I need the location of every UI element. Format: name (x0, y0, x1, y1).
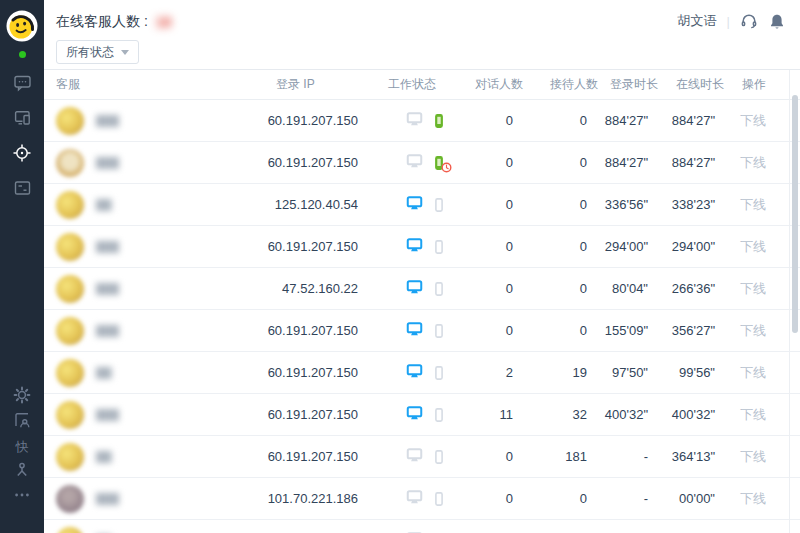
reception-count-cell: 0 (525, 310, 600, 351)
table-row: ██125.120.40.5400336'56"338'23"下线 (44, 184, 800, 226)
agent-avatar (56, 275, 84, 303)
sidebar-item-visitors[interactable] (12, 413, 32, 430)
login-ip-cell: 101.70.221.186 (270, 478, 370, 519)
login-duration-cell: - (600, 478, 660, 519)
reception-count-cell: 32 (525, 394, 600, 435)
chat-count-cell: 2 (455, 352, 525, 393)
sidebar-item-quick-reply[interactable]: 快 (12, 438, 32, 455)
agent-cell: ███ (44, 226, 270, 267)
offline-action-link[interactable]: 下线 (740, 322, 766, 340)
work-status-cell (370, 478, 455, 519)
offline-action-link[interactable]: 下线 (740, 406, 766, 424)
main-panel: 在线客服人数 : 18 胡文语 | (44, 0, 800, 533)
offline-action-link[interactable]: 下线 (740, 196, 766, 214)
table-row: ███101.70.221.18600-00'00"下线 (44, 478, 800, 520)
agent-cell: ██ (44, 352, 270, 393)
agent-name-masked: ███ (96, 157, 119, 169)
online-duration-cell: 400'32" (660, 394, 726, 435)
offline-action-link[interactable]: 下线 (740, 448, 766, 466)
work-status-cell (370, 310, 455, 351)
online-duration-cell: 884'27" (660, 100, 726, 141)
topbar-divider: | (727, 14, 730, 29)
col-header-actions: 操作 (726, 70, 800, 99)
mobile-status-icon (431, 281, 447, 297)
reception-count-cell: 0 (525, 226, 600, 267)
action-cell: 下线 (726, 226, 800, 267)
target-icon (12, 143, 32, 167)
agent-cell: ███ (44, 100, 270, 141)
agent-avatar (56, 527, 84, 533)
sidebar-item-settings[interactable] (12, 388, 32, 405)
online-agents-count-masked: 18 (156, 14, 172, 30)
pc-status-icon (406, 153, 423, 172)
work-status-cell (370, 394, 455, 435)
col-header-work-status: 工作状态 (370, 70, 455, 99)
login-duration-cell: 155'09" (600, 310, 660, 351)
sidebar-item-conversations[interactable] (12, 76, 32, 94)
chat-count-cell: 0 (455, 226, 525, 267)
online-duration-cell: 356'27" (660, 310, 726, 351)
headset-icon[interactable] (740, 12, 758, 30)
offline-action-link[interactable]: 下线 (740, 490, 766, 508)
table-row: ███60.191.207.15000884'27"884'27"下线 (44, 142, 800, 184)
agent-name-masked: ███ (96, 493, 119, 505)
offline-action-link[interactable]: 下线 (740, 280, 766, 298)
agent-avatar (56, 485, 84, 513)
action-cell: 下线 (726, 310, 800, 351)
sidebar-item-more[interactable] (12, 488, 32, 505)
mobile-status-icon (431, 197, 447, 213)
sidebar-item-team[interactable] (12, 463, 32, 480)
agent-name-masked: ███ (96, 325, 119, 337)
sidebar-item-devices[interactable] (12, 111, 32, 129)
bell-icon[interactable] (768, 12, 786, 30)
chat-count-cell: 0 (455, 142, 525, 183)
online-duration-cell: 338'23" (660, 184, 726, 225)
brand-smiley-logo (6, 10, 38, 42)
online-duration-cell: 99'56" (660, 352, 726, 393)
vertical-scrollbar-thumb[interactable] (792, 95, 798, 333)
agent-avatar (56, 233, 84, 261)
sidebar-item-agent-monitor[interactable] (12, 146, 32, 164)
pc-status-icon (406, 111, 423, 130)
agents-table: 客服 登录 IP 工作状态 对话人数 接待人数 登录时长 在线时长 操作 ███… (44, 70, 800, 533)
online-status-dot (19, 51, 26, 58)
agent-cell: ███ (44, 142, 270, 183)
online-duration-cell: 00'45" (660, 520, 726, 533)
agent-cell: ███ (44, 268, 270, 309)
login-ip-cell: 60.191.207.150 (270, 520, 370, 533)
login-ip-cell: 60.191.207.150 (270, 310, 370, 351)
login-duration-cell: - (600, 436, 660, 477)
offline-action-link[interactable]: 下线 (740, 112, 766, 130)
pc-status-icon (406, 279, 423, 298)
login-duration-cell: - (600, 520, 660, 533)
mobile-status-icon (431, 113, 447, 129)
agent-cell: ███ (44, 478, 270, 519)
offline-action-link[interactable]: 下线 (740, 154, 766, 172)
chat-bubble-icon (13, 74, 32, 96)
work-status-cell (370, 352, 455, 393)
action-cell: 下线 (726, 142, 800, 183)
reception-count-cell: 0 (525, 100, 600, 141)
gear-icon (13, 386, 31, 408)
chat-count-cell: 0 (455, 520, 525, 533)
pc-status-icon (406, 447, 423, 466)
table-row: ███60.191.207.15000884'27"884'27"下线 (44, 100, 800, 142)
sidebar-nav-bottom: 快 (12, 388, 32, 505)
topbar: 在线客服人数 : 18 胡文语 | (44, 0, 800, 70)
action-cell: 下线 (726, 184, 800, 225)
offline-action-link[interactable]: 下线 (740, 364, 766, 382)
current-user-name[interactable]: 胡文语 (678, 12, 717, 30)
col-header-online-duration: 在线时长 (660, 70, 726, 99)
sidebar-item-records[interactable] (12, 181, 32, 199)
pc-status-icon (406, 237, 423, 256)
reception-count-cell: 0 (525, 268, 600, 309)
work-status-cell (370, 226, 455, 267)
status-filter-dropdown[interactable]: 所有状态 (56, 40, 139, 64)
login-ip-cell: 47.52.160.22 (270, 268, 370, 309)
chat-count-cell: 0 (455, 184, 525, 225)
col-header-agent: 客服 (44, 70, 270, 99)
offline-action-link[interactable]: 下线 (740, 238, 766, 256)
agent-name-masked: ███ (96, 115, 119, 127)
agent-name-masked: ██ (96, 199, 112, 211)
login-duration-cell: 294'00" (600, 226, 660, 267)
